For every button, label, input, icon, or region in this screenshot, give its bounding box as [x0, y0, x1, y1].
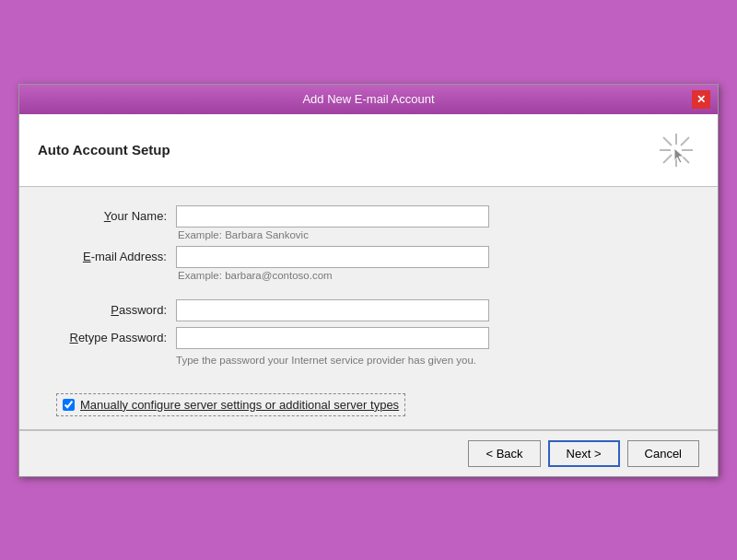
your-name-hint: Example: Barbara Sankovic: [178, 229, 681, 240]
dialog-window: Add New E-mail Account ✕ Auto Account Se…: [18, 84, 719, 477]
manual-config-section: Manually configure server settings or ad…: [19, 384, 718, 429]
email-label: E-mail Address:: [56, 246, 176, 263]
password-hint: Type the password your Internet service …: [176, 355, 681, 366]
email-input[interactable]: [176, 246, 489, 268]
page-title: Auto Account Setup: [38, 142, 170, 158]
cancel-button[interactable]: Cancel: [627, 440, 699, 467]
retype-password-row: Retype Password:: [56, 327, 681, 349]
next-button[interactable]: Next >: [548, 440, 620, 467]
your-name-input[interactable]: [176, 205, 489, 228]
email-row: E-mail Address: Example: barbara@contoso…: [56, 246, 681, 281]
manual-config-checkbox[interactable]: [63, 399, 75, 411]
cursor-star-icon: [656, 130, 696, 170]
your-name-label: YYour Name:our Name:: [56, 205, 176, 223]
close-button[interactable]: ✕: [692, 90, 710, 109]
retype-password-label: Retype Password:: [56, 327, 176, 344]
wizard-icon: [653, 127, 699, 173]
button-bar: < Back Next > Cancel: [19, 430, 718, 476]
manual-config-label[interactable]: Manually configure server settings or ad…: [56, 393, 405, 416]
svg-line-6: [681, 137, 689, 146]
your-name-row: YYour Name:our Name: Example: Barbara Sa…: [56, 205, 681, 240]
svg-line-7: [663, 155, 672, 163]
password-label: Password:: [56, 299, 176, 317]
email-hint: Example: barbara@contoso.com: [178, 270, 681, 281]
password-row: Password:: [56, 299, 681, 321]
retype-password-input[interactable]: [176, 327, 489, 349]
manual-config-text: Manually configure server settings or ad…: [80, 398, 399, 412]
password-input[interactable]: [176, 299, 489, 321]
form-section: YYour Name:our Name: Example: Barbara Sa…: [19, 187, 718, 384]
window-title: Add New E-mail Account: [45, 92, 692, 106]
title-bar: Add New E-mail Account ✕: [19, 85, 718, 114]
header-section: Auto Account Setup: [19, 114, 718, 187]
svg-line-4: [663, 137, 672, 146]
back-button[interactable]: < Back: [468, 440, 540, 467]
